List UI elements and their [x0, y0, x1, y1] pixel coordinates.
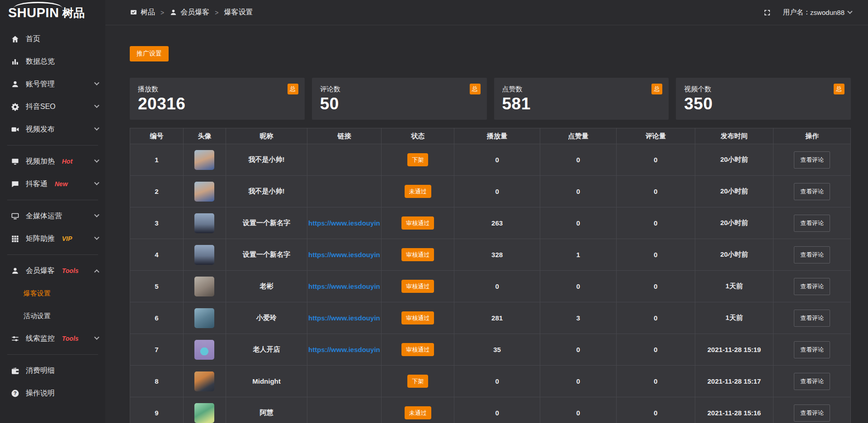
status-badge[interactable]: 审核通过 — [401, 280, 434, 293]
cell-comments: 0 — [616, 271, 695, 302]
view-comments-button[interactable]: 查看评论 — [794, 310, 830, 327]
sidebar-item-抖音SEO[interactable]: 抖音SEO — [0, 95, 105, 118]
video-link[interactable]: https://www.iesdouyin.c — [308, 219, 380, 227]
view-comments-button[interactable]: 查看评论 — [794, 246, 830, 263]
status-badge[interactable]: 审核通过 — [401, 248, 434, 261]
cell-plays: 0 — [454, 366, 540, 397]
stat-card-评论数: 评论数50总 — [312, 78, 487, 120]
view-comments-button[interactable]: 查看评论 — [794, 215, 830, 232]
cell-number: 5 — [130, 271, 184, 302]
status-badge[interactable]: 审核通过 — [401, 343, 434, 356]
sidebar-item-badge: VIP — [62, 235, 72, 242]
breadcrumb: 树品>会员爆客>爆客设置 — [130, 8, 253, 17]
cell-nickname: 我不是小帅! — [226, 176, 307, 207]
sidebar-item-badge: Tools — [62, 335, 79, 342]
tv-icon — [11, 157, 19, 166]
cell-comments: 0 — [616, 334, 695, 366]
sidebar-item-消费明细[interactable]: 消费明细 — [0, 359, 105, 382]
cell-link: https://www.iesdouyin.c — [307, 302, 382, 334]
app-logo: SHUPIN 树品 — [0, 0, 105, 25]
cell-action: 查看评论 — [774, 334, 851, 366]
status-badge[interactable]: 下架 — [407, 153, 428, 166]
chevron-down-icon — [94, 212, 99, 217]
sidebar-item-矩阵助推[interactable]: 矩阵助推VIP — [0, 227, 105, 250]
video-link[interactable]: https://www.iesdouyin.c — [308, 282, 380, 290]
cell-comments: 0 — [616, 207, 695, 239]
sidebar-item-label: 账号管理 — [26, 80, 55, 89]
stat-card-label: 视频个数 — [684, 85, 843, 94]
column-header-链接: 链接 — [307, 128, 382, 144]
cell-link: https://www.iesdouyin.c — [307, 271, 382, 302]
status-badge[interactable]: 审核通过 — [401, 216, 434, 230]
breadcrumb-label: 树品 — [141, 8, 155, 17]
sidebar-item-label: 全媒体运营 — [26, 212, 62, 221]
view-comments-button[interactable]: 查看评论 — [794, 341, 830, 358]
view-comments-button[interactable]: 查看评论 — [794, 373, 830, 390]
stat-card-视频个数: 视频个数350总 — [676, 78, 851, 120]
column-header-昵称: 昵称 — [226, 128, 307, 144]
view-comments-button[interactable]: 查看评论 — [794, 404, 830, 422]
chat-icon — [11, 180, 19, 188]
nav-divider — [7, 254, 98, 255]
fullscreen-icon[interactable] — [763, 9, 771, 17]
video-link[interactable]: https://www.iesdouyin.c — [308, 251, 380, 258]
status-badge[interactable]: 未通过 — [405, 185, 431, 198]
cell-avatar — [183, 397, 226, 423]
cell-time: 1天前 — [695, 302, 774, 334]
column-header-编号: 编号 — [130, 128, 184, 144]
sidebar-item-label: 视频发布 — [26, 125, 55, 134]
view-comments-button[interactable]: 查看评论 — [794, 278, 830, 295]
cell-avatar — [183, 366, 226, 397]
cell-time: 20小时前 — [695, 239, 774, 271]
video-link[interactable]: https://www.iesdouyin.c — [308, 346, 380, 353]
view-comments-button[interactable]: 查看评论 — [794, 183, 830, 200]
sidebar-item-label: 操作说明 — [26, 389, 55, 398]
sidebar-subitem-活动设置[interactable]: 活动设置 — [0, 305, 105, 327]
cell-plays: 0 — [454, 144, 540, 176]
table-row: 2我不是小帅!未通过00020小时前查看评论 — [130, 176, 851, 207]
chevron-up-icon — [94, 269, 99, 274]
stat-cards: 播放数20316总评论数50总点赞数581总视频个数350总 — [130, 78, 851, 120]
cell-plays: 0 — [454, 271, 540, 302]
video-link[interactable]: https://www.iesdouyin.c — [308, 314, 380, 322]
stat-card-点赞数: 点赞数581总 — [494, 78, 669, 120]
stat-card-value: 50 — [320, 94, 479, 113]
sidebar-item-操作说明[interactable]: ?操作说明 — [0, 382, 105, 404]
cell-avatar — [183, 176, 226, 207]
cell-plays: 35 — [454, 334, 540, 366]
chevron-down-icon — [94, 158, 99, 163]
sidebar-subitem-爆客设置[interactable]: 爆客设置 — [0, 282, 105, 305]
sidebar-item-视频发布[interactable]: 视频发布 — [0, 118, 105, 141]
cell-nickname: 阿慧 — [226, 397, 307, 423]
chevron-down-icon — [94, 335, 99, 340]
table-row: 1我不是小帅!下架00020小时前查看评论 — [130, 144, 851, 176]
sidebar-item-视频加热[interactable]: 视频加热Hot — [0, 150, 105, 173]
sidebar-item-线索监控[interactable]: 线索监控Tools — [0, 327, 105, 350]
topbar-right: 用户名： zswodun88 — [763, 8, 852, 17]
sidebar-item-会员爆客[interactable]: 会员爆客Tools — [0, 259, 105, 282]
cell-avatar — [183, 302, 226, 334]
user-menu[interactable]: 用户名： zswodun88 — [783, 8, 852, 17]
breadcrumb-item-会员爆客[interactable]: 会员爆客 — [170, 8, 209, 17]
cell-action: 查看评论 — [774, 144, 851, 176]
status-badge[interactable]: 下架 — [407, 375, 428, 388]
cell-likes: 0 — [540, 397, 616, 423]
cell-status: 审核通过 — [382, 334, 454, 366]
sliders-icon — [11, 334, 19, 343]
breadcrumb-item-树品[interactable]: 树品 — [130, 8, 155, 17]
column-header-状态: 状态 — [382, 128, 454, 144]
promo-settings-button[interactable]: 推广设置 — [130, 46, 169, 61]
sidebar-item-首页[interactable]: 首页 — [0, 28, 105, 50]
sidebar-item-抖客通[interactable]: 抖客通New — [0, 173, 105, 195]
sidebar-item-全媒体运营[interactable]: 全媒体运营 — [0, 205, 105, 227]
cell-likes: 0 — [540, 366, 616, 397]
chevron-down-icon — [94, 126, 99, 131]
sidebar-item-label: 视频加热 — [26, 157, 55, 166]
status-badge[interactable]: 审核通过 — [401, 311, 434, 324]
cell-comments: 0 — [616, 144, 695, 176]
status-badge[interactable]: 未通过 — [405, 406, 431, 419]
cell-number: 4 — [130, 239, 184, 271]
sidebar-item-数据总览[interactable]: 数据总览 — [0, 50, 105, 73]
sidebar-item-账号管理[interactable]: 账号管理 — [0, 73, 105, 95]
view-comments-button[interactable]: 查看评论 — [794, 151, 830, 169]
